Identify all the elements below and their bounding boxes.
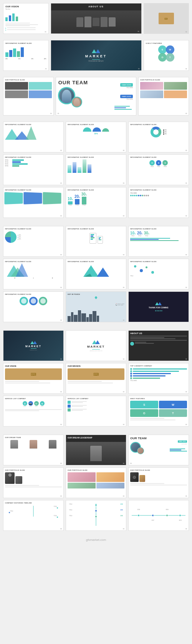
- ot2-title: OUR TEAM: [130, 437, 187, 440]
- inf-d1-label: INFOGRAPHIC ELEMENT SLIDE: [130, 124, 187, 125]
- thank-you-text: THANK FOR COMING: [149, 306, 168, 309]
- inf-gradient-bars-slide: INFOGRAPHIC ELEMENT SLIDE AA: [66, 154, 126, 185]
- infographic-bar-slide: INFOGRAPHIC ELEMENT SLIDE 40%25%53%40% A…: [3, 40, 49, 71]
- page-container: OUR VISION Title Here ▶: [0, 0, 192, 544]
- team-row: OUR PORTFOLIO SLIDE AA OUR TEAM: [3, 77, 189, 115]
- portfolio-label-l: OUR PORTFOLIO SLIDE: [5, 79, 52, 81]
- our-vision-slide: OUR VISION Title Here ▶: [3, 3, 49, 34]
- member2-name: NAME HERE: [120, 95, 133, 98]
- market-cover-light-slide: MARKET PRESENTATION TEMPLATE AA: [66, 330, 126, 361]
- market-dark-title: MARKET: [25, 345, 41, 348]
- timeline-3-slide: 2016 2017 2018 2019 AA: [128, 500, 189, 531]
- top5-slide: TOP 5 BENEFIT COMPANY 1 2 3: [128, 363, 189, 394]
- vision2-slide: OUR VISION ⌨ AA: [3, 363, 64, 394]
- inf-mountains-slide: INFOGRAPHIC ELEMENT SLIDE AA: [3, 122, 64, 152]
- inf-row-3: INFOGRAPHIC ELEMENT SLIDE AA INFOGRAPHIC…: [3, 187, 189, 218]
- inf-people-dots-slide: INFOGRAPHIC ELEMENT SLIDE TITLE HERE: [128, 187, 189, 218]
- about-us-2-slide: ABOUT US AA: [128, 330, 189, 361]
- inf-row-1: INFOGRAPHIC ELEMENT SLIDE AA INFOGRAPHIC…: [3, 122, 189, 152]
- vision-title: OUR VISION: [5, 5, 46, 8]
- inf-scatter-slide: INFOGRAPHIC ELEMENT SLIDE TITLE AA: [128, 259, 189, 289]
- inf-ic-label: INFOGRAPHIC ELEMENT SLIDE: [130, 156, 187, 158]
- portfolio-right-slide: OUR PORTFOLIO SLIDE AA: [138, 77, 189, 115]
- tl1-label: COMPANY HISTORIES TIMELINE: [5, 502, 62, 504]
- s4-row-3: SERVICE LIST COMPANY ⚙ 📷 ✉: [3, 396, 189, 427]
- inf-m2-label: INFOGRAPHIC ELEMENT SLIDE: [5, 261, 62, 263]
- inf-pd-label: INFOGRAPHIC ELEMENT SLIDE: [130, 189, 187, 191]
- section-group-2: INFOGRAPHIC ELEMENT SLIDE 40%25%53%40% A…: [0, 37, 192, 74]
- inf-gb-label: INFOGRAPHIC ELEMENT SLIDE: [68, 156, 124, 158]
- our-team-feature-slide: OUR TEAM NAME HERE TITLE HERE NAME HERE …: [56, 77, 137, 115]
- inf-circles-slide: INFOGRAPHIC ELEMENT SLIDE 30% AA: [66, 122, 126, 152]
- dl-label: OUR DREAM LEADERSHIP: [68, 437, 124, 439]
- mission-slide: OUR MISSION ⌨ AA: [66, 363, 126, 394]
- svc2-label: SERVICE LIST COMPANY: [68, 398, 124, 400]
- section-group-4: MARKET PRESENTATION AA MARKET PRESENTATI…: [0, 327, 192, 432]
- inf-rings-slide: INFOGRAPHIC ELEMENT SLIDE: [3, 291, 64, 322]
- footer-logo-5: AA: [138, 68, 139, 70]
- inf-bn-label: INFOGRAPHIC ELEMENT SLIDE: [68, 189, 124, 191]
- dream-leadership-slide: OUR DREAM LEADERSHIP AA: [66, 435, 126, 465]
- infographics-band-1: INFOGRAPHIC ELEMENT SLIDE AA INFOGRAPHIC…: [0, 119, 192, 223]
- market-light-title: MARKET: [87, 345, 105, 348]
- swot-label: S.W.O.T FEATURES: [146, 42, 187, 44]
- svc1-label: SERVICE LIST COMPANY: [5, 398, 62, 400]
- inf-donut-slide: INFOGRAPHIC ELEMENT SLIDE █ 50% █ 30% █ …: [128, 122, 189, 152]
- section2-grid: INFOGRAPHIC ELEMENT SLIDE 40%25%53%40% A…: [3, 40, 189, 71]
- footer-logo-4: AA: [45, 68, 46, 70]
- vision-subtitle: Title Here: [5, 8, 46, 10]
- market-title: MARKET: [85, 54, 107, 58]
- swot-slide: S.W.O.T FEATURES S W O T AA: [144, 40, 189, 71]
- s4-row-2: OUR VISION ⌨ AA OUR MISSION: [3, 363, 189, 394]
- footer-logo-1: AA: [45, 31, 46, 33]
- section-group-3: OUR PORTFOLIO SLIDE AA OUR TEAM: [0, 74, 192, 119]
- inf-sc-label: INFOGRAPHIC ELEMENT SLIDE: [130, 261, 187, 263]
- footer-logo-3: AA: [185, 31, 187, 33]
- about-us-slide: ABOUT US AA: [51, 3, 142, 34]
- inf-mobile-slide: INFOGRAPHIC ELEMENT SLIDE: [66, 226, 126, 257]
- thank-you-slide: THANK FOR COMING ★★★★★: [128, 291, 189, 322]
- inf-icon-circles-slide: INFOGRAPHIC ELEMENT SLIDE ● TITLE ● TITL…: [128, 154, 189, 185]
- inf-tc-label: INFOGRAPHIC ELEMENT SLIDE: [5, 189, 62, 191]
- inf-bignums-slide: INFOGRAPHIC ELEMENT SLIDE 10s TITLE 20s …: [66, 187, 126, 218]
- pf1-label: OUR PORTFOLIO SLIDE: [5, 469, 62, 471]
- member1-role: TITLE HERE: [126, 87, 133, 89]
- footer-logo-6: AA: [185, 68, 187, 70]
- about2-title: ABOUT US: [130, 332, 187, 335]
- inf-teal-cards-slide: INFOGRAPHIC ELEMENT SLIDE AA: [3, 187, 64, 218]
- inf-mob-label: INFOGRAPHIC ELEMENT SLIDE: [68, 228, 124, 230]
- s5-row-1: OUR DREAM TEAM: [3, 435, 189, 465]
- portfolio-photos-slide: OUR PORTFOLIO SLIDE AA: [3, 467, 64, 498]
- service2-slide: SERVICE LIST COMPANY: [66, 396, 126, 427]
- about-title: ABOUT US: [88, 5, 103, 8]
- infographics-band-2: INFOGRAPHIC ELEMENT SLIDE ■ 50% ■ 25% ■ …: [0, 223, 192, 327]
- s5-row-2: OUR PORTFOLIO SLIDE AA: [3, 467, 189, 498]
- market-cover-dark-slide: MARKET PRESENTATION AA: [3, 330, 64, 361]
- inf-pie-label: INFOGRAPHIC ELEMENT SLIDE: [5, 228, 62, 230]
- top5-label: TOP 5 BENEFIT COMPANY: [130, 365, 187, 367]
- timeline-1-slide: COMPANY HISTORIES TIMELINE TITLE TITLE: [3, 500, 64, 531]
- s4-row-1: MARKET PRESENTATION AA MARKET PRESENTATI…: [3, 330, 189, 361]
- inf-label-1: INFOGRAPHIC ELEMENT SLIDE: [5, 42, 46, 44]
- inf-r-label: INFOGRAPHIC ELEMENT SLIDE: [5, 293, 62, 295]
- inf-m3d-label: INFOGRAPHIC ELEMENT SLIDE: [68, 261, 124, 263]
- footer-logo-2: AA: [137, 31, 139, 32]
- pf2-label: OUR PORTFOLIO SLIDE: [68, 469, 124, 471]
- swot2-slide: SWOT FEATURES S W O T AA: [128, 396, 189, 427]
- inf-row-2: INFOGRAPHIC ELEMENT SLIDE $1/9bn $2.6bn …: [3, 154, 189, 185]
- inf-bars-grid-slide: INFOGRAPHIC ELEMENT SLIDE $1/9bn $2.6bn …: [3, 154, 64, 185]
- portfolio-camera-slide: OUR PORTFOLIO SLIDE AA: [128, 467, 189, 498]
- dt-label: OUR DREAM TEAM: [5, 437, 62, 438]
- inf-mountains2-slide: INFOGRAPHIC ELEMENT SLIDE ◀ ▲ ◀ AA: [3, 259, 64, 289]
- inf-mountains3d-slide: INFOGRAPHIC ELEMENT SLIDE AA: [66, 259, 126, 289]
- s5-row-3: COMPANY HISTORIES TIMELINE TITLE TITLE: [3, 500, 189, 531]
- inf-bn2-label: INFOGRAPHIC ELEMENT SLIDE: [130, 228, 187, 230]
- section-group-5: OUR DREAM TEAM: [0, 432, 192, 536]
- market-logo-slide: MARKET PRESENTATION TEMPLATE AA: [51, 40, 142, 71]
- our-team-2-slide: OUR TEAM NAME HERE TITLE HERE AA: [128, 435, 189, 465]
- portfolio-label-r: OUR PORTFOLIO SLIDE: [140, 79, 187, 81]
- inf-pie-slide: INFOGRAPHIC ELEMENT SLIDE ■ 50% ■ 25% ■ …: [3, 226, 64, 257]
- inf-bignums2-slide: INFOGRAPHIC ELEMENT SLIDE 10s TITLE 20s …: [128, 226, 189, 257]
- inf2-row-2: INFOGRAPHIC ELEMENT SLIDE ◀ ▲ ◀ AA: [3, 259, 189, 289]
- portfolio-left-slide: OUR PORTFOLIO SLIDE AA: [3, 77, 54, 115]
